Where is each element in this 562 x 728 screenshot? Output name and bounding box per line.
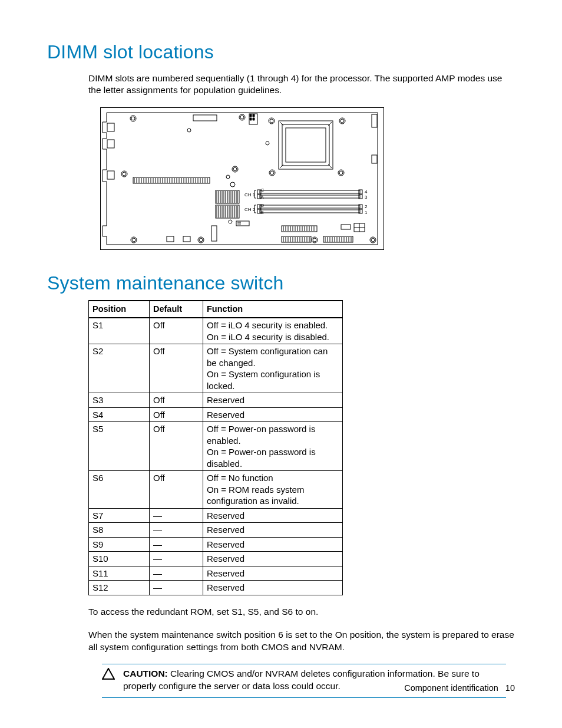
cell-default: — — [150, 523, 203, 538]
cell-function: Off = Power-on password is enabled.On = … — [203, 422, 343, 471]
svg-point-5 — [270, 119, 273, 123]
cell-function: Reserved — [203, 407, 343, 422]
cell-position: S3 — [89, 393, 150, 408]
footer-page-number: 10 — [505, 683, 515, 693]
svg-rect-32 — [372, 155, 377, 163]
table-row: S9—Reserved — [89, 537, 343, 552]
paragraph-switch-6-warning: When the system maintenance switch posit… — [88, 629, 515, 654]
svg-rect-56 — [211, 226, 217, 241]
cell-function: Off = No functionOn = ROM reads system c… — [203, 471, 343, 509]
svg-point-21 — [313, 238, 316, 242]
svg-point-23 — [371, 238, 375, 242]
cell-function: Off = System configuration can be change… — [203, 344, 343, 393]
cell-position: S6 — [89, 471, 150, 509]
heading-dimm-slot-locations: DIMM slot locations — [47, 41, 515, 63]
cell-default: Off — [150, 344, 203, 393]
cell-function: Reserved — [203, 581, 343, 595]
cell-default: — — [150, 566, 203, 581]
cell-position: S9 — [89, 537, 150, 552]
cell-function: Reserved — [203, 552, 343, 566]
cell-position: S10 — [89, 552, 150, 566]
svg-rect-35 — [286, 128, 326, 162]
diagram-label-ch2: CH 2 — [244, 207, 256, 212]
svg-point-15 — [339, 171, 343, 174]
svg-point-13 — [270, 171, 274, 174]
caution-label: CAUTION: — [123, 668, 168, 678]
svg-rect-61 — [341, 225, 351, 229]
table-row: S12—Reserved — [89, 581, 343, 595]
svg-rect-38 — [107, 171, 114, 179]
table-row: S10—Reserved — [89, 552, 343, 566]
table-row: S7—Reserved — [89, 508, 343, 523]
svg-point-1 — [131, 117, 135, 120]
table-row: S3OffReserved — [89, 393, 343, 408]
cell-function: Reserved — [203, 508, 343, 523]
svg-point-9 — [123, 172, 126, 176]
cell-default: Off — [150, 393, 203, 408]
paragraph-redundant-rom: To access the redundant ROM, set S1, S5,… — [88, 606, 515, 618]
cell-function: Reserved — [203, 566, 343, 581]
svg-point-17 — [132, 238, 135, 242]
svg-rect-29 — [193, 115, 217, 121]
cell-default: Off — [150, 471, 203, 509]
cell-function: Reserved — [203, 537, 343, 552]
page-footer: Component identification 10 — [404, 683, 515, 693]
cell-position: S5 — [89, 422, 150, 471]
diagram-label-d: D — [261, 203, 264, 207]
diagram-label-b: B — [261, 210, 264, 215]
svg-point-24 — [187, 129, 191, 132]
heading-system-maintenance-switch: System maintenance switch — [47, 272, 515, 294]
paragraph-dimm-intro: DIMM slots are numbered sequentially (1 … — [88, 73, 515, 97]
table-header-default: Default — [150, 301, 203, 318]
diagram-label-1: 1 — [365, 210, 368, 215]
diagram-label-a: A — [261, 195, 264, 199]
footer-section-title: Component identification — [404, 683, 498, 693]
cell-position: S8 — [89, 523, 150, 538]
cell-default: — — [150, 581, 203, 595]
cell-position: S12 — [89, 581, 150, 595]
svg-rect-34 — [282, 124, 329, 166]
svg-point-26 — [226, 175, 230, 179]
cell-position: S2 — [89, 344, 150, 393]
table-row: S5OffOff = Power-on password is enabled.… — [89, 422, 343, 471]
table-row: S2OffOff = System configuration can be c… — [89, 344, 343, 393]
table-row: S11—Reserved — [89, 566, 343, 581]
svg-rect-36 — [107, 123, 114, 131]
svg-point-27 — [230, 182, 235, 187]
cell-position: S7 — [89, 508, 150, 523]
diagram-label-2: 2 — [365, 204, 368, 209]
svg-rect-42 — [260, 190, 360, 193]
caution-triangle-icon — [102, 668, 115, 693]
cell-position: S1 — [89, 318, 150, 344]
svg-rect-55 — [183, 236, 190, 242]
motherboard-diagram: CH 1 CH 2 C A D B 4 3 2 1 — [100, 107, 384, 250]
svg-point-3 — [240, 116, 244, 119]
cell-default: — — [150, 552, 203, 566]
svg-point-11 — [233, 167, 237, 171]
diagram-label-c: C — [261, 188, 264, 192]
diagram-label-4: 4 — [365, 189, 368, 195]
diagram-label-3: 3 — [365, 195, 368, 200]
cell-position: S4 — [89, 407, 150, 422]
svg-point-28 — [229, 220, 232, 223]
svg-point-19 — [199, 238, 203, 242]
system-maintenance-switch-table: Position Default Function S1OffOff = iLO… — [88, 300, 343, 595]
svg-rect-31 — [372, 114, 377, 127]
table-row: S6OffOff = No functionOn = ROM reads sys… — [89, 471, 343, 509]
svg-rect-54 — [167, 236, 174, 242]
motherboard-svg: CH 1 CH 2 C A D B 4 3 2 1 — [101, 108, 384, 249]
svg-rect-57 — [236, 221, 249, 226]
svg-point-25 — [266, 141, 269, 145]
table-header-function: Function — [203, 301, 343, 318]
table-header-position: Position — [89, 301, 150, 318]
svg-rect-45 — [260, 210, 360, 213]
svg-point-7 — [340, 119, 344, 123]
svg-rect-44 — [260, 205, 360, 208]
table-row: S1OffOff = iLO 4 security is enabled.On … — [89, 318, 343, 344]
table-row: S8—Reserved — [89, 523, 343, 538]
svg-rect-37 — [107, 140, 114, 148]
cell-function: Reserved — [203, 393, 343, 408]
caution-callout: CAUTION: Clearing CMOS and/or NVRAM dele… — [102, 664, 506, 698]
cell-position: S11 — [89, 566, 150, 581]
table-row: S4OffReserved — [89, 407, 343, 422]
